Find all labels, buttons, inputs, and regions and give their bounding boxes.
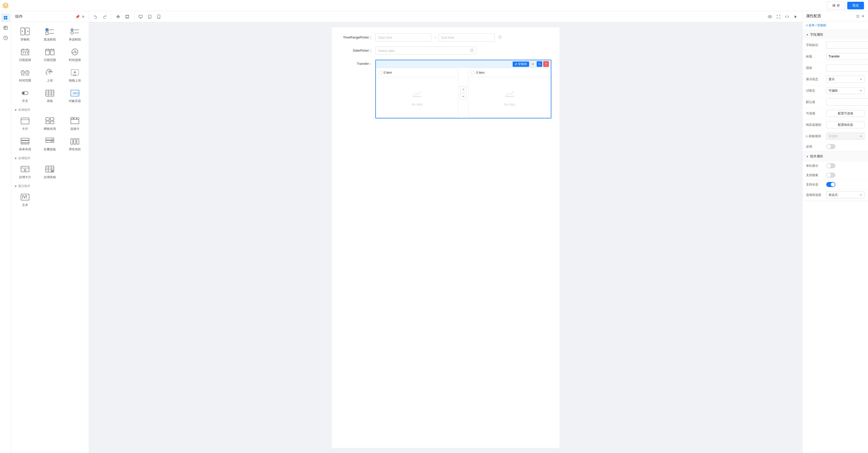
main-layout: 组件 📌 ✕ bbox=[0, 11, 868, 453]
component-item-tabs[interactable]: 选项卡 bbox=[63, 114, 87, 133]
transfer-right-body: No data bbox=[469, 77, 551, 118]
component-item-flex-gap[interactable]: 弹性间距 bbox=[63, 134, 87, 154]
component-item-transfer[interactable]: 穿梭框 bbox=[13, 24, 37, 44]
mobile-view[interactable] bbox=[155, 13, 162, 20]
transfer-type-btn[interactable]: ⇄ 穿梭框 bbox=[513, 61, 529, 67]
flex-gap-icon bbox=[70, 136, 80, 146]
panel-title: 组件 bbox=[15, 14, 23, 19]
transfer-left-arrow[interactable]: < bbox=[460, 93, 466, 99]
props-section-field-header[interactable]: ▼ 字段属性 bbox=[803, 30, 868, 39]
display-status-select[interactable]: 显示 ▼ bbox=[826, 76, 864, 83]
component-item-date-picker[interactable]: 日期选择 bbox=[13, 45, 37, 64]
transfer-left-no-data-icon bbox=[412, 89, 422, 101]
save-button[interactable]: 保 存 bbox=[827, 2, 845, 10]
date-picker-field: Select date bbox=[375, 47, 551, 55]
transfer-right-arrow[interactable]: > bbox=[460, 86, 466, 92]
component-item-table[interactable]: 表格 bbox=[38, 86, 62, 105]
one-way-toggle[interactable] bbox=[826, 163, 835, 168]
component-item-text[interactable]: 文本 bbox=[13, 190, 37, 209]
component-item-time-picker[interactable]: 00:00 时间选择 bbox=[63, 45, 87, 64]
description-input[interactable] bbox=[826, 64, 868, 71]
props-row-option-selector: 选项筛选器 表达式 ▼ bbox=[803, 189, 868, 201]
transfer-icon-2[interactable] bbox=[537, 61, 542, 67]
component-label-collapse: 折叠面板 bbox=[44, 147, 56, 152]
component-item-object-container[interactable]: {Obj} 对象容器 bbox=[63, 86, 87, 105]
transfer-delete-icon[interactable] bbox=[543, 61, 549, 67]
transfer-icon-1[interactable] bbox=[530, 61, 536, 67]
component-label-object-container: 对象容器 bbox=[69, 99, 81, 103]
component-item-auto-table[interactable]: 自增表格 bbox=[38, 162, 62, 181]
resize-button[interactable] bbox=[124, 13, 131, 20]
svg-rect-54 bbox=[71, 117, 73, 119]
props-close-icon[interactable]: ✕ bbox=[861, 14, 864, 18]
title-input[interactable] bbox=[826, 53, 868, 60]
props-section-component-header[interactable]: ▼ 组件属性 bbox=[803, 152, 868, 161]
support-select-all-value bbox=[826, 182, 864, 187]
rail-components[interactable] bbox=[1, 13, 10, 22]
transfer-right-checkbox[interactable] bbox=[471, 71, 475, 74]
component-item-time-range[interactable]: 00:00 00:00 时间范围 bbox=[13, 65, 37, 85]
default-value-input[interactable] bbox=[827, 99, 868, 105]
custom-components-grid: 自增卡片 bbox=[13, 162, 87, 181]
field-section-chevron: ▼ bbox=[806, 33, 809, 36]
move-button[interactable] bbox=[115, 13, 122, 20]
ui-shape-select[interactable]: 可编辑 ▼ bbox=[826, 87, 864, 94]
props-settings-icon[interactable]: ⊡ bbox=[856, 14, 859, 18]
rail-pages[interactable] bbox=[1, 23, 10, 32]
fullscreen-button[interactable] bbox=[775, 13, 782, 20]
tablet-view[interactable] bbox=[146, 13, 153, 20]
component-item-grid-layout[interactable]: 网格布局 bbox=[38, 114, 62, 133]
component-item-checkbox-group[interactable]: 复选框组 bbox=[38, 24, 62, 44]
selectable-items-btn[interactable]: 配置可选项 bbox=[826, 110, 864, 117]
component-label-text: 文本 bbox=[22, 203, 28, 207]
component-item-upload[interactable]: 上传 bbox=[38, 65, 62, 85]
component-item-collapse[interactable]: 折叠面板 bbox=[38, 134, 62, 154]
pin-icon[interactable]: 📌 bbox=[75, 15, 80, 19]
time-picker-icon: 00:00 bbox=[70, 47, 80, 57]
component-item-card[interactable]: 卡片 bbox=[13, 114, 37, 133]
svg-rect-0 bbox=[4, 16, 5, 18]
transfer-left-checkbox[interactable] bbox=[379, 71, 382, 74]
rail-history[interactable] bbox=[1, 33, 10, 42]
support-select-all-toggle[interactable] bbox=[826, 182, 835, 187]
auto-table-icon bbox=[45, 164, 55, 174]
component-item-radio-group[interactable]: 单选框组 bbox=[63, 24, 87, 44]
section-title-display: 展示组件 bbox=[18, 184, 30, 188]
start-time-input[interactable]: Start time bbox=[375, 33, 431, 41]
component-item-auto-card[interactable]: 自增卡片 bbox=[13, 162, 37, 181]
component-panel: 组件 📌 ✕ bbox=[11, 11, 89, 453]
ui-shape-label: UI形态 bbox=[806, 89, 826, 93]
run-button[interactable] bbox=[792, 13, 799, 20]
svg-rect-53 bbox=[50, 121, 54, 124]
responder-rule-btn[interactable]: 配置响应器 bbox=[826, 121, 864, 128]
transfer-component-toolbar: ⇄ 穿梭框 bbox=[376, 60, 551, 68]
date-picker-input[interactable]: Select date bbox=[375, 47, 476, 55]
canvas-toolbar-right bbox=[766, 13, 799, 20]
component-item-date-range[interactable]: 日期范围 bbox=[38, 45, 62, 64]
date-picker-label: DatePicker： bbox=[340, 47, 375, 55]
field-id-input[interactable] bbox=[826, 41, 868, 49]
redo-button[interactable] bbox=[101, 13, 108, 20]
code-button[interactable] bbox=[783, 13, 790, 20]
required-toggle[interactable] bbox=[826, 144, 835, 149]
end-time-placeholder: End time bbox=[441, 36, 454, 39]
close-panel-icon[interactable]: ✕ bbox=[82, 15, 85, 19]
support-search-toggle[interactable] bbox=[826, 173, 835, 178]
props-row-selectable-items: 可选项 配置可选项 bbox=[803, 108, 868, 119]
preview-button[interactable]: 预览 bbox=[847, 2, 864, 9]
section-title-layout: 布局组件 bbox=[18, 108, 30, 112]
end-time-input[interactable]: End time bbox=[439, 33, 495, 41]
eye-button[interactable] bbox=[766, 13, 773, 20]
validation-rule-chevron: ▷ bbox=[806, 134, 808, 138]
validation-rule-select[interactable]: 请选择 ▼ bbox=[826, 132, 864, 140]
option-selector-select[interactable]: 表达式 ▼ bbox=[826, 191, 864, 199]
component-item-drag-upload[interactable]: 拖拽 拖拽上传 bbox=[63, 65, 87, 85]
transfer-left-no-data-text: No data bbox=[412, 103, 422, 106]
svg-rect-23 bbox=[45, 49, 49, 55]
option-selector-value: 表达式 ▼ bbox=[826, 191, 864, 199]
undo-button[interactable] bbox=[92, 13, 99, 20]
component-item-form-layout[interactable]: 表单布局 bbox=[13, 134, 37, 154]
desktop-view[interactable] bbox=[137, 13, 144, 20]
transfer-left-list: 0 item bbox=[376, 68, 458, 118]
component-item-switch[interactable]: 开关 bbox=[13, 86, 37, 105]
